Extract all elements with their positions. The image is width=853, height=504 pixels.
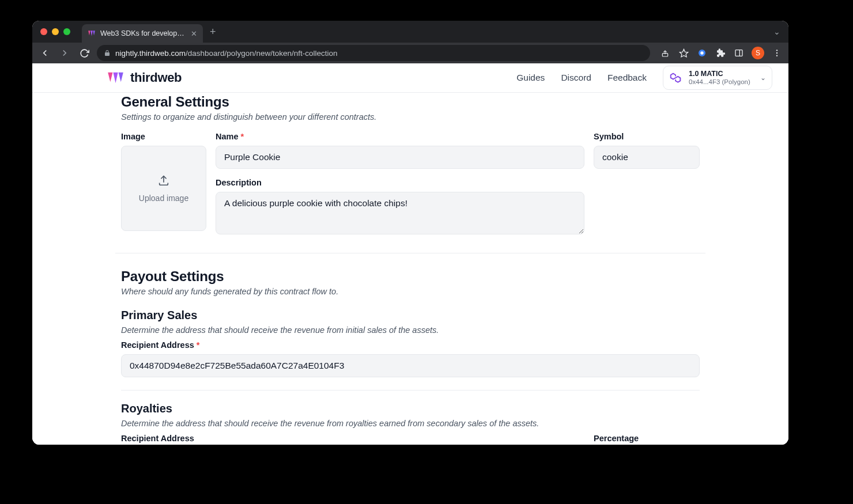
url-text: nightly.thirdweb.com/dashboard/polygon/n…	[115, 49, 337, 58]
svg-point-3	[700, 51, 703, 54]
form-scroll[interactable]: General Settings Settings to organize an…	[32, 93, 788, 445]
primary-recipient-label: Recipient Address *	[121, 340, 700, 350]
brand[interactable]: thirdweb	[107, 70, 182, 85]
upload-text: Upload image	[139, 194, 188, 203]
profile-avatar[interactable]: S	[752, 47, 764, 59]
description-label: Description	[216, 178, 584, 187]
tab-close-icon[interactable]: ✕	[191, 29, 197, 38]
upload-image-dropzone[interactable]: Upload image	[121, 146, 206, 231]
polygon-icon	[669, 71, 683, 85]
svg-point-7	[776, 52, 777, 54]
extension-icon-blue[interactable]	[696, 47, 708, 59]
svg-point-6	[776, 50, 777, 51]
royalties-desc: Determine the address that should receiv…	[121, 419, 700, 428]
new-tab-button[interactable]: +	[210, 26, 216, 38]
form: General Settings Settings to organize an…	[121, 93, 700, 445]
back-button[interactable]	[38, 46, 52, 60]
tab-title: Web3 SDKs for developers · Ne	[100, 29, 186, 37]
minimize-window-button[interactable]	[52, 28, 59, 35]
panel-icon[interactable]	[733, 47, 745, 59]
royalty-percentage-label: Percentage	[594, 434, 700, 443]
description-textarea[interactable]: A delicious purple cookie with chocolate…	[216, 192, 584, 234]
image-label: Image	[121, 132, 206, 141]
nav-guides[interactable]: Guides	[516, 73, 545, 83]
reload-button[interactable]	[77, 46, 91, 60]
general-settings-desc: Settings to organize and distinguish bet…	[121, 112, 700, 122]
close-window-button[interactable]	[40, 28, 47, 35]
image-col: Image Upload image	[121, 132, 206, 237]
name-input[interactable]	[216, 146, 584, 169]
primary-recipient-input[interactable]	[121, 354, 700, 377]
forward-button[interactable]	[58, 46, 71, 60]
symbol-input[interactable]	[594, 146, 700, 169]
browser-tab[interactable]: Web3 SDKs for developers · Ne ✕	[82, 24, 203, 43]
wallet-address: 0x44...4F3 (Polygon)	[689, 78, 750, 86]
payout-settings-desc: Where should any funds generated by this…	[121, 287, 700, 296]
window-controls	[40, 28, 70, 35]
name-label: Name *	[216, 132, 584, 141]
general-grid: Image Upload image Name * Description	[121, 132, 700, 237]
svg-rect-4	[735, 50, 742, 56]
symbol-label: Symbol	[594, 132, 700, 141]
share-icon[interactable]	[659, 47, 671, 59]
name-desc-col: Name * Description A delicious purple co…	[216, 132, 584, 237]
payout-settings-title: Payout Settings	[121, 268, 700, 285]
royalty-recipient-label: Recipient Address	[121, 434, 584, 443]
thirdweb-logo-icon	[107, 71, 124, 84]
app-header: thirdweb Guides Discord Feedback 1.0 MAT…	[32, 63, 788, 93]
browser-tab-bar: Web3 SDKs for developers · Ne ✕ + ⌄	[32, 21, 788, 43]
address-bar[interactable]: nightly.thirdweb.com/dashboard/polygon/n…	[97, 45, 650, 61]
browser-toolbar: nightly.thirdweb.com/dashboard/polygon/n…	[32, 43, 788, 63]
nav-discord[interactable]: Discord	[561, 73, 591, 83]
tabs-dropdown-icon[interactable]: ⌄	[773, 27, 780, 36]
primary-sales-desc: Determine the address that should receiv…	[121, 325, 700, 335]
royalties-title: Royalties	[121, 402, 700, 415]
upload-icon	[157, 174, 170, 187]
lock-icon	[104, 50, 111, 56]
browser-menu-icon[interactable]	[771, 47, 783, 59]
top-nav: Guides Discord Feedback 1.0 MATIC 0x44..…	[516, 66, 772, 90]
extensions-icon[interactable]	[715, 47, 726, 59]
brand-name: thirdweb	[130, 70, 182, 85]
general-settings-title: General Settings	[121, 94, 700, 110]
browser-window: Web3 SDKs for developers · Ne ✕ + ⌄ nigh…	[32, 21, 788, 445]
wallet-button[interactable]: 1.0 MATIC 0x44...4F3 (Polygon) ⌄	[663, 66, 772, 90]
subsection-divider	[121, 390, 700, 391]
toolbar-actions: S	[659, 47, 783, 59]
chevron-down-icon: ⌄	[760, 74, 766, 82]
thirdweb-favicon	[88, 29, 96, 37]
bookmark-star-icon[interactable]	[678, 47, 689, 59]
royalties-row: Recipient Address Percentage %	[121, 434, 700, 445]
maximize-window-button[interactable]	[63, 28, 70, 35]
svg-marker-1	[680, 49, 688, 56]
nav-feedback[interactable]: Feedback	[607, 73, 647, 83]
section-divider	[115, 253, 705, 253]
symbol-col: Symbol	[594, 132, 700, 237]
wallet-balance: 1.0 MATIC	[689, 70, 750, 78]
page-content: thirdweb Guides Discord Feedback 1.0 MAT…	[32, 63, 788, 445]
primary-sales-title: Primary Sales	[121, 309, 700, 322]
svg-point-8	[776, 55, 777, 56]
